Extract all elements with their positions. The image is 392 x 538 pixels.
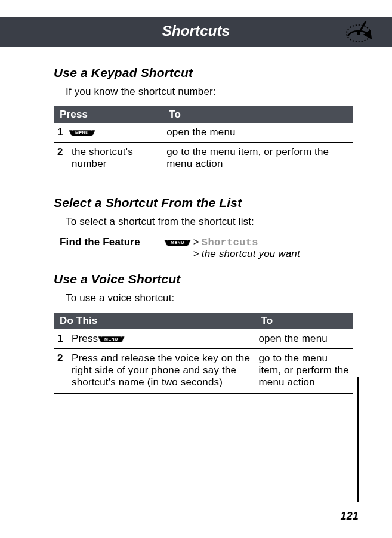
page-number: 121 — [340, 510, 359, 522]
section-list-heading: Select a Shortcut From the List — [54, 196, 353, 210]
path-item: Shortcuts — [202, 237, 258, 248]
table-row: 2 the shortcut's number go to the menu i… — [54, 143, 353, 175]
do-prefix: Press — [72, 333, 101, 344]
keypad-table: Press To 1 MENU open the menu 2 the shor… — [54, 106, 353, 175]
do-cell: Press MENU — [68, 329, 255, 349]
menu-key-icon: MENU — [72, 130, 93, 135]
find-feature-label: Find the Feature — [60, 236, 167, 260]
page-edge-line — [356, 377, 359, 502]
section-list-intro: To select a shortcut from the shortcut l… — [66, 216, 353, 228]
page-header: Shortcuts — [0, 17, 392, 47]
path-desc: the shortcut you want — [202, 248, 300, 259]
page-title: Shortcuts — [162, 23, 230, 39]
to-cell: open the menu — [163, 123, 353, 143]
feature-path: MENU >Shortcuts MENU >the shortcut you w… — [167, 236, 353, 260]
col-to: To — [163, 106, 353, 123]
step-number: 2 — [54, 349, 68, 393]
section-voice-heading: Use a Voice Shortcut — [54, 272, 353, 286]
table-row: 1 Press MENU open the menu — [54, 329, 353, 349]
do-cell: Press and release the voice key on the r… — [68, 349, 255, 393]
table-header-row: Press To — [54, 106, 353, 123]
svg-point-2 — [357, 32, 360, 35]
step-number: 1 — [54, 329, 68, 349]
menu-key-icon: MENU — [167, 240, 189, 245]
shortcut-dial-icon — [342, 16, 375, 51]
step-number: 1 — [54, 123, 68, 143]
table-header-row: Do This To — [54, 313, 353, 329]
path-separator: > — [191, 248, 202, 259]
voice-table: Do This To 1 Press MENU open the menu 2 … — [54, 313, 353, 394]
to-cell: go to the menu item, or perform the menu… — [255, 349, 353, 393]
col-to: To — [255, 313, 353, 329]
press-cell: MENU — [68, 123, 163, 143]
table-row: 1 MENU open the menu — [54, 123, 353, 143]
section-keypad-heading: Use a Keypad Shortcut — [54, 66, 353, 80]
path-separator: > — [191, 236, 202, 248]
menu-key-icon: MENU — [101, 336, 122, 342]
col-do: Do This — [54, 313, 255, 329]
find-feature-row: Find the Feature MENU >Shortcuts MENU >t… — [60, 236, 353, 260]
table-row: 2 Press and release the voice key on the… — [54, 349, 353, 393]
col-press: Press — [54, 106, 163, 123]
section-voice-intro: To use a voice shortcut: — [66, 292, 353, 304]
step-number: 2 — [54, 143, 68, 175]
content-area: Use a Keypad Shortcut If you know the sh… — [0, 47, 392, 394]
to-cell: go to the menu item, or perform the menu… — [163, 143, 353, 175]
section-keypad-intro: If you know the shortcut number: — [66, 86, 353, 98]
press-cell: the shortcut's number — [68, 143, 163, 175]
to-cell: open the menu — [255, 329, 353, 349]
